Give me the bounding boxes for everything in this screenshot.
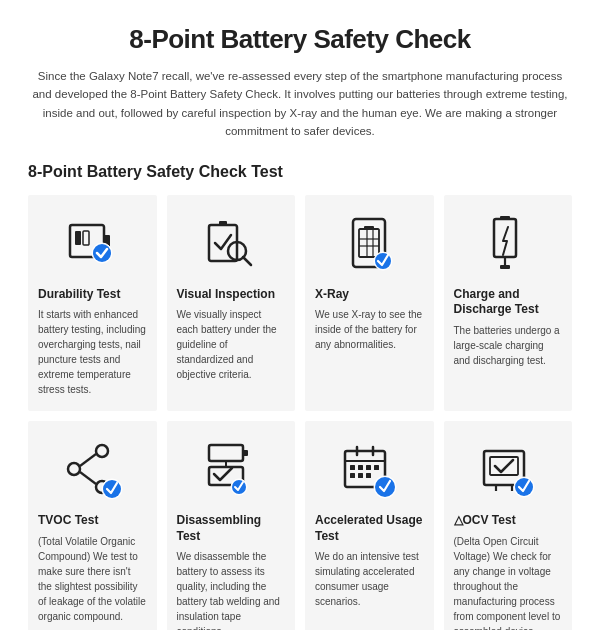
tvoc-icon [38, 433, 147, 505]
card-durability-desc: It starts with enhanced battery testing,… [38, 307, 147, 397]
xray-icon [315, 207, 424, 279]
svg-point-5 [93, 244, 111, 262]
svg-rect-45 [358, 473, 363, 478]
card-disassembling-desc: We disassemble the battery to assess its… [177, 549, 286, 630]
card-xray: X-Ray We use X-ray to see the inside of … [305, 195, 434, 412]
svg-line-9 [243, 257, 251, 265]
ocv-icon [454, 433, 563, 505]
card-durability-title: Durability Test [38, 287, 147, 303]
visual-icon [177, 207, 286, 279]
card-charge-title: Charge and Discharge Test [454, 287, 563, 318]
svg-line-27 [80, 472, 96, 484]
card-visual-desc: We visually inspect each battery under t… [177, 307, 286, 382]
page-title: 8-Point Battery Safety Check [28, 24, 572, 55]
card-xray-title: X-Ray [315, 287, 424, 303]
svg-point-48 [375, 477, 395, 497]
svg-rect-31 [243, 450, 248, 456]
svg-rect-7 [219, 221, 227, 226]
card-tvoc-desc: (Total Volatile Organic Compound) We tes… [38, 534, 147, 624]
card-accelerated-title: Accelerated Usage Test [315, 513, 424, 544]
card-xray-desc: We use X-ray to see the inside of the ba… [315, 307, 424, 352]
svg-rect-22 [500, 265, 510, 269]
card-ocv: △OCV Test (Delta Open Circuit Voltage) W… [444, 421, 573, 630]
svg-line-26 [80, 454, 96, 466]
card-disassembling-title: Disassembling Test [177, 513, 286, 544]
svg-rect-3 [83, 231, 89, 245]
svg-point-24 [96, 445, 108, 457]
svg-rect-30 [209, 445, 243, 461]
card-visual-title: Visual Inspection [177, 287, 286, 303]
svg-rect-41 [358, 465, 363, 470]
card-accelerated-desc: We do an intensive test simulating accel… [315, 549, 424, 609]
card-durability: Durability Test It starts with enhanced … [28, 195, 157, 412]
card-accelerated: Accelerated Usage Test We do an intensiv… [305, 421, 434, 630]
cards-grid: Durability Test It starts with enhanced … [28, 195, 572, 630]
svg-rect-11 [359, 229, 379, 257]
svg-rect-42 [366, 465, 371, 470]
card-ocv-title: △OCV Test [454, 513, 563, 529]
svg-rect-43 [374, 465, 379, 470]
intro-text: Since the Galaxy Note7 recall, we've re-… [28, 67, 572, 141]
svg-point-54 [515, 478, 533, 496]
svg-point-29 [103, 480, 121, 498]
svg-rect-44 [350, 473, 355, 478]
charge-icon [454, 207, 563, 279]
svg-rect-46 [366, 473, 371, 478]
card-ocv-desc: (Delta Open Circuit Voltage) We check fo… [454, 534, 563, 630]
card-tvoc-title: TVOC Test [38, 513, 147, 529]
card-disassembling: Disassembling Test We disassemble the ba… [167, 421, 296, 630]
svg-point-23 [68, 463, 80, 475]
card-charge-desc: The batteries undergo a large-scale char… [454, 323, 563, 368]
card-tvoc: TVOC Test (Total Volatile Organic Compou… [28, 421, 157, 630]
durability-icon [38, 207, 147, 279]
svg-rect-2 [75, 231, 81, 245]
section-title: 8-Point Battery Safety Check Test [28, 163, 572, 181]
card-charge: Charge and Discharge Test The batteries … [444, 195, 573, 412]
disassembling-icon [177, 433, 286, 505]
svg-rect-40 [350, 465, 355, 470]
svg-rect-20 [500, 216, 510, 220]
card-visual: Visual Inspection We visually inspect ea… [167, 195, 296, 412]
accelerated-icon [315, 433, 424, 505]
